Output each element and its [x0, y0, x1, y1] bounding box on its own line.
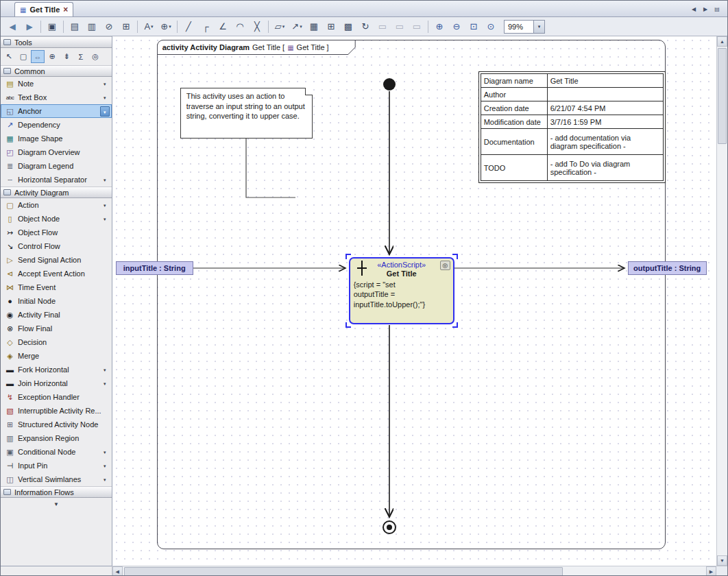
- input-pin-handle[interactable]: [357, 267, 367, 269]
- palette-item-decision[interactable]: ◇Decision: [1, 335, 112, 349]
- zoom-in-button[interactable]: ⊕: [431, 19, 448, 34]
- scroll-tabs-left-button[interactable]: ◀: [689, 4, 699, 14]
- chevron-down-icon[interactable]: ▾: [100, 106, 110, 117]
- palette-item-fork-horizontal[interactable]: ▬Fork Horizontal▾: [1, 363, 112, 376]
- palette-item-exception-handler[interactable]: ↯Exception Handler: [1, 390, 112, 404]
- palette-item-merge[interactable]: ◈Merge: [1, 349, 112, 363]
- chevron-down-icon[interactable]: ▾: [100, 93, 110, 103]
- palette-item-diagram-legend[interactable]: ≣Diagram Legend: [1, 159, 112, 173]
- horizontal-scrollbar-thumb[interactable]: [124, 567, 563, 576]
- palette-item-text-box[interactable]: abcText Box▾: [1, 91, 112, 104]
- line-style-curved-button[interactable]: ◠: [232, 19, 248, 34]
- layout-grid-button[interactable]: ▦: [306, 19, 322, 34]
- cut-button[interactable]: ⊘: [101, 19, 117, 34]
- selection-handle[interactable]: [345, 322, 351, 328]
- select-in-tree-button[interactable]: ▣: [44, 19, 60, 34]
- chevron-down-icon[interactable]: ▾: [533, 21, 544, 33]
- chevron-down-icon[interactable]: ▾: [100, 365, 110, 375]
- selection-handle[interactable]: [452, 254, 458, 259]
- zoom-fit-button[interactable]: ⊡: [465, 19, 482, 34]
- zoom-out-button[interactable]: ⊖: [448, 19, 465, 34]
- palette-item-object-node[interactable]: ▯Object Node▾: [1, 212, 112, 226]
- palette-item-activity-final[interactable]: ◉Activity Final: [1, 308, 112, 322]
- palette-item-control-flow[interactable]: ↘Control Flow: [1, 239, 112, 253]
- palette-item-accept-event-action[interactable]: ⊲Accept Event Action: [1, 267, 112, 280]
- palette-section-tools[interactable]: Tools: [1, 36, 112, 48]
- marquee-tool-button[interactable]: ▢: [16, 50, 30, 63]
- chevron-down-icon[interactable]: ▾: [282, 24, 285, 29]
- palette-item-conditional-node[interactable]: ▣Conditional Node▾: [1, 445, 112, 459]
- palette-item-image-shape[interactable]: ▦Image Shape: [1, 132, 112, 145]
- chevron-down-icon[interactable]: ▾: [100, 379, 110, 389]
- activity-final-node[interactable]: [383, 520, 396, 534]
- copy-button[interactable]: ▤: [66, 19, 83, 34]
- palette-section-activity-diagram[interactable]: Activity Diagram: [1, 187, 112, 198]
- chevron-down-icon[interactable]: ▾: [100, 79, 110, 89]
- palette-section-information-flows[interactable]: Information Flows: [1, 486, 112, 498]
- paste-button[interactable]: ▥: [84, 19, 100, 34]
- close-icon[interactable]: ×: [63, 5, 68, 14]
- note-anchor-edge[interactable]: [246, 139, 295, 197]
- duplicate-button[interactable]: ⊞: [118, 19, 134, 34]
- activity-parameter-input[interactable]: inputTitle : String: [116, 261, 193, 275]
- tab-get-title[interactable]: ▦ Get Title ×: [14, 2, 73, 16]
- layout-rows-button[interactable]: ⊞: [323, 19, 339, 34]
- scroll-up-button[interactable]: ▲: [717, 36, 727, 47]
- pointer-tool-button[interactable]: ↖: [2, 50, 16, 63]
- palette-item-time-event[interactable]: ⋈Time Event: [1, 280, 112, 294]
- scroll-down-button[interactable]: ▼: [717, 555, 727, 566]
- chevron-down-icon[interactable]: ▾: [100, 214, 110, 224]
- palette-item-note[interactable]: ▤Note▾: [1, 77, 112, 91]
- palette-item-vertical-swimlanes[interactable]: ◫Vertical Swimlanes▾: [1, 472, 112, 486]
- palette-item-join-horizontal[interactable]: ▬Join Horizontal▾: [1, 376, 112, 390]
- selection-handle[interactable]: [345, 254, 351, 259]
- show-shape-button[interactable]: ▱▾: [271, 19, 288, 34]
- chevron-down-icon[interactable]: ▾: [300, 24, 302, 29]
- palette-item-interruptible-activity-region[interactable]: ▧Interruptible Activity Re...: [1, 404, 112, 418]
- palette-item-send-signal-action[interactable]: ▷Send Signal Action: [1, 253, 112, 267]
- palette-item-anchor[interactable]: ◱Anchor▾: [1, 104, 112, 118]
- initial-node[interactable]: [383, 78, 396, 91]
- horizontal-scrollbar[interactable]: ◀ ▶: [112, 566, 716, 576]
- zoom-selection-button[interactable]: ⊙: [483, 19, 499, 34]
- palette-item-diagram-overview[interactable]: ◰Diagram Overview: [1, 145, 112, 159]
- chevron-down-icon[interactable]: ▾: [100, 461, 110, 471]
- magnet-tool-button[interactable]: ⊕: [45, 50, 59, 63]
- zoom-combobox[interactable]: 99% ▾: [504, 20, 545, 34]
- forward-button[interactable]: ▶: [21, 19, 38, 34]
- diagram-canvas[interactable]: activity Activity Diagram Get Title [ ▦ …: [112, 36, 716, 566]
- zoom-level-value[interactable]: 99%: [505, 23, 533, 31]
- chevron-down-icon[interactable]: ▾: [100, 475, 110, 485]
- scroll-right-button[interactable]: ▶: [706, 566, 716, 576]
- chevron-down-icon[interactable]: ▾: [100, 447, 110, 457]
- vertical-scrollbar[interactable]: ▲ ▼: [716, 36, 727, 566]
- diagram-info-table[interactable]: Diagram name Get Title Author Creation d…: [478, 71, 666, 183]
- activity-parameter-output[interactable]: outputTitle : String: [628, 261, 707, 275]
- disabled-button-2[interactable]: ▭: [391, 19, 408, 34]
- palette-item-dependency[interactable]: ↗Dependency: [1, 118, 112, 132]
- palette-item-expansion-region[interactable]: ▥Expansion Region: [1, 431, 112, 445]
- chevron-down-icon[interactable]: ▾: [169, 24, 171, 29]
- aggregate-tool-button[interactable]: Σ: [74, 50, 88, 63]
- comment-note[interactable]: This activity uses an action to traverse…: [180, 88, 313, 139]
- refresh-button[interactable]: ↻: [357, 19, 374, 34]
- chevron-down-icon[interactable]: ▾: [100, 175, 110, 185]
- palette-item-object-flow[interactable]: ↣Object Flow: [1, 226, 112, 239]
- line-style-oblique-button[interactable]: ╱: [180, 19, 197, 34]
- palette-scroll-more-icon[interactable]: ▼: [1, 498, 112, 507]
- layout-columns-button[interactable]: ▩: [340, 19, 356, 34]
- layout-button[interactable]: ⊕▾: [158, 19, 174, 34]
- scroll-left-button[interactable]: ◀: [112, 566, 123, 576]
- script-badge-icon[interactable]: ◎: [440, 261, 450, 270]
- line-style-rectilinear-button[interactable]: ┌: [197, 19, 214, 34]
- palette-item-flow-final[interactable]: ⊗Flow Final: [1, 322, 112, 335]
- anchor-tool-button[interactable]: ⇔: [31, 50, 45, 63]
- disabled-button-1[interactable]: ▭: [374, 19, 391, 34]
- palette-item-structured-activity-node[interactable]: ⊞Structured Activity Node: [1, 418, 112, 431]
- chevron-down-icon[interactable]: ▾: [151, 24, 154, 29]
- show-path-button[interactable]: ↗▾: [289, 19, 305, 34]
- palette-item-initial-node[interactable]: ●Initial Node: [1, 294, 112, 308]
- related-elements-tool-button[interactable]: ◎: [88, 50, 102, 63]
- selection-handle[interactable]: [452, 322, 458, 328]
- vertical-scrollbar-thumb[interactable]: [718, 48, 727, 144]
